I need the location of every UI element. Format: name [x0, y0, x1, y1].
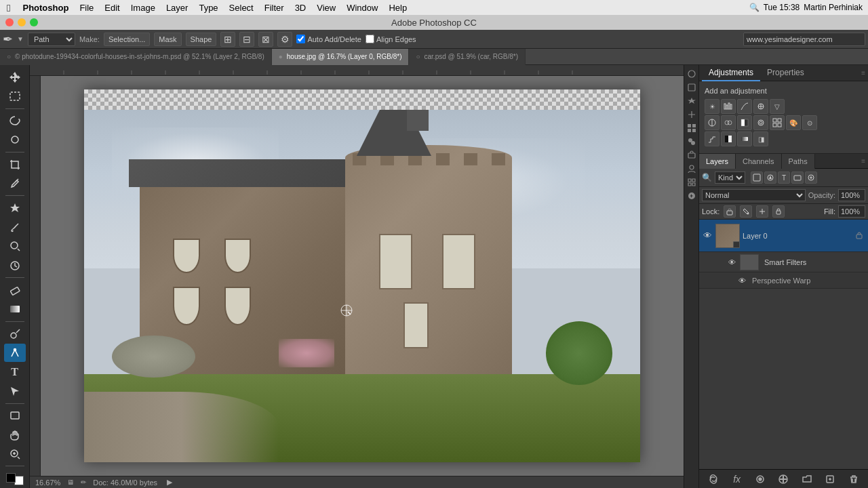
path-select-tool-btn[interactable] — [4, 382, 26, 401]
settings-icon[interactable]: ⚙ — [277, 32, 292, 47]
perspective-warp-row[interactable]: 👁 Perspective Warp — [699, 272, 868, 289]
adj-hsl[interactable] — [705, 115, 719, 130]
zoom-tool-btn[interactable] — [4, 445, 26, 463]
canvas-image[interactable] — [84, 110, 640, 462]
menu-3d[interactable]: 3D — [290, 0, 312, 15]
layers-tab-channels[interactable]: Channels — [736, 154, 781, 169]
canvas-area[interactable]: 16.67% 🖥 ✏ Doc: 46.0M/0 bytes ▶ — [30, 65, 684, 488]
auto-add-delete-checkbox[interactable] — [296, 35, 305, 43]
foreground-color[interactable] — [6, 473, 16, 483]
menu-window[interactable]: Window — [341, 0, 383, 15]
filter-shape-icon[interactable] — [791, 171, 804, 184]
menu-edit[interactable]: Edit — [99, 0, 125, 15]
adj-selective-color[interactable]: ◨ — [753, 131, 768, 146]
add-style-btn[interactable]: fx — [730, 472, 744, 486]
add-adjustment-btn[interactable] — [776, 472, 790, 486]
adj-exposure[interactable] — [753, 99, 768, 114]
smart-filter-row[interactable]: 👁 Smart Filters — [699, 252, 868, 272]
menu-view[interactable]: View — [311, 0, 341, 15]
lock-all-btn[interactable] — [772, 205, 785, 218]
right-edge-btn-1[interactable] — [686, 68, 698, 80]
right-edge-btn-9[interactable] — [686, 176, 698, 188]
lock-transparent-btn[interactable] — [724, 205, 736, 218]
filter-pixel-icon[interactable] — [751, 171, 763, 184]
edit-mode-icon[interactable]: ✏ — [81, 479, 86, 486]
image-info-icon[interactable]: 🖥 — [67, 479, 74, 486]
adj-vibrance[interactable]: ▽ — [770, 99, 785, 114]
adj-bw[interactable] — [737, 115, 752, 130]
right-edge-btn-10[interactable] — [686, 190, 698, 202]
opacity-input[interactable] — [838, 189, 865, 201]
tab-properties[interactable]: Properties — [760, 65, 811, 81]
align-edges-checkbox[interactable] — [366, 35, 374, 43]
maximize-button[interactable] — [30, 18, 38, 26]
color-swatches[interactable] — [5, 470, 25, 487]
minimize-button[interactable] — [18, 18, 26, 26]
lock-position-btn[interactable] — [756, 205, 768, 218]
right-edge-btn-7[interactable] — [686, 149, 698, 161]
gradient-tool-btn[interactable] — [4, 300, 26, 319]
hand-tool-btn[interactable] — [4, 426, 26, 444]
add-layer-btn[interactable] — [823, 472, 837, 486]
right-edge-btn-8[interactable] — [686, 163, 698, 175]
quick-select-tool-btn[interactable] — [4, 131, 26, 149]
adj-color-lookup[interactable]: 🎨 — [786, 115, 801, 130]
lasso-tool-btn[interactable] — [4, 111, 26, 129]
shape-tool-btn[interactable] — [4, 407, 26, 425]
tool-dropdown-arrow[interactable]: ▼ — [17, 35, 24, 43]
close-button[interactable] — [5, 18, 14, 26]
right-edge-btn-4[interactable] — [686, 108, 698, 121]
menu-file[interactable]: File — [74, 0, 99, 15]
blending-mode-select[interactable]: Normal — [702, 189, 806, 201]
filter-smart-icon[interactable] — [805, 171, 817, 184]
link-layers-btn[interactable] — [707, 472, 720, 486]
menu-help[interactable]: Help — [383, 0, 412, 15]
tab-close-photodune[interactable]: ○ — [7, 53, 11, 60]
menu-photoshop[interactable]: Photoshop — [17, 0, 74, 15]
adj-gradient-map[interactable] — [737, 131, 752, 146]
adj-invert[interactable]: ⊙ — [802, 115, 817, 130]
text-tool-btn[interactable]: T — [4, 363, 26, 381]
filter-text-icon[interactable]: T — [778, 171, 790, 184]
history-tool-btn[interactable] — [4, 256, 26, 274]
url-input[interactable] — [743, 33, 865, 46]
mask-button[interactable]: Mask — [154, 33, 181, 46]
crop-tool-btn[interactable] — [4, 155, 26, 174]
arrange-icon[interactable]: ⊠ — [258, 32, 273, 47]
menu-image[interactable]: Image — [125, 0, 161, 15]
menu-select[interactable]: Select — [224, 0, 259, 15]
photodune-tab[interactable]: ○ © photodune-199434-colorful-houses-in-… — [0, 49, 272, 65]
smart-filter-visibility[interactable]: 👁 — [726, 258, 737, 266]
layers-panel-menu[interactable]: ≡ — [859, 154, 868, 168]
filter-adjustment-icon[interactable] — [764, 171, 776, 184]
adj-curves[interactable] — [737, 99, 752, 114]
tab-close-car[interactable]: ○ — [416, 53, 420, 60]
adj-threshold[interactable] — [721, 131, 736, 146]
align-icon[interactable]: ⊟ — [239, 32, 254, 47]
marquee-tool-btn[interactable] — [4, 87, 26, 105]
path-type-select[interactable]: Path — [28, 33, 75, 46]
move-tool-btn[interactable] — [4, 68, 26, 86]
add-mask-btn[interactable] — [753, 472, 767, 486]
layers-tab-layers[interactable]: Layers — [699, 154, 736, 169]
tab-close-house[interactable]: ● — [279, 53, 283, 60]
transform-icon[interactable]: ⊞ — [220, 32, 235, 47]
menu-layer[interactable]: Layer — [161, 0, 194, 15]
layer-row-0[interactable]: 👁 Layer 0 — [699, 220, 868, 252]
filter-kind-select[interactable]: Kind — [715, 171, 745, 184]
background-color[interactable] — [14, 476, 24, 485]
menu-filter[interactable]: Filter — [259, 0, 290, 15]
fill-input[interactable] — [838, 205, 865, 218]
search-icon[interactable]: 🔍 — [749, 3, 760, 12]
eyedropper-tool-btn[interactable] — [4, 174, 26, 192]
layer-visibility-0[interactable]: 👁 — [702, 230, 713, 241]
apple-menu[interactable]:  — [0, 2, 17, 14]
right-edge-btn-3[interactable] — [686, 95, 698, 107]
adj-levels[interactable] — [721, 99, 736, 114]
clone-tool-btn[interactable] — [4, 237, 26, 256]
right-edge-btn-2[interactable] — [686, 81, 698, 94]
adj-color-balance[interactable] — [721, 115, 736, 130]
car-tab[interactable]: ○ car.psd @ 51.9% (car, RGB/8*) — [409, 49, 526, 65]
adj-channel-mixer[interactable] — [770, 115, 785, 130]
play-button[interactable]: ▶ — [167, 478, 172, 487]
